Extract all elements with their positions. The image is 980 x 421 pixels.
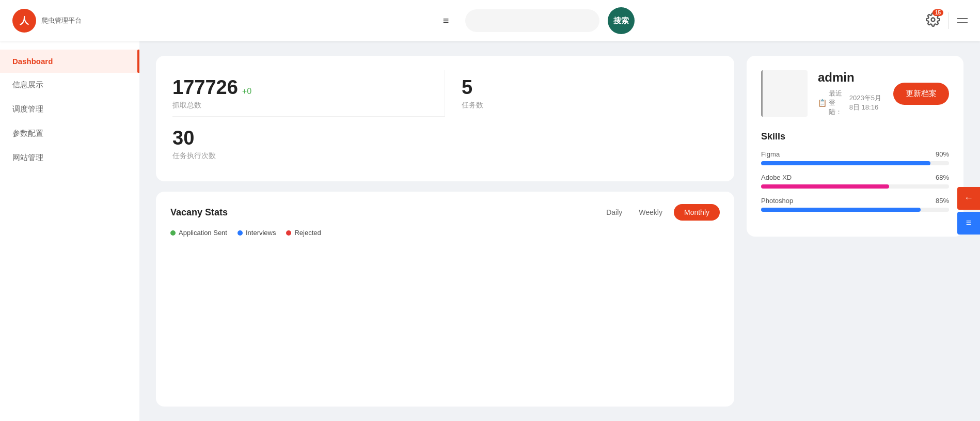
legend-application: Application Sent xyxy=(170,229,227,237)
vacancy-title: Vacany Stats xyxy=(170,207,228,218)
skills-section: Skills Figma 90% Adobe XD 68% xyxy=(761,131,949,212)
legend-dot-application xyxy=(170,230,176,236)
window-controls[interactable] xyxy=(957,18,968,23)
header-divider xyxy=(949,12,949,29)
update-profile-button[interactable]: 更新档案 xyxy=(893,83,949,105)
task-count-label: 任务数 xyxy=(462,101,701,110)
filter-monthly[interactable]: Monthly xyxy=(674,204,720,221)
skill-name-figma: Figma xyxy=(761,150,780,158)
skill-name-photoshop: Photoshop xyxy=(761,197,793,205)
header-right: 15 xyxy=(926,12,968,29)
vacancy-legend: Application Sent Interviews Rejected xyxy=(170,229,720,237)
left-column: 177726 +0 抓取总数 5 任务数 30 任务执行次数 Vaca xyxy=(156,56,734,407)
logo-area: 人 爬虫管理平台 xyxy=(12,9,152,33)
crawl-total-block: 177726 +0 抓取总数 xyxy=(172,70,445,116)
filter-daily[interactable]: Daily xyxy=(601,205,627,220)
legend-dot-rejected xyxy=(286,230,291,236)
avatar xyxy=(761,70,808,117)
filter-buttons: Daily Weekly Monthly xyxy=(601,204,720,221)
vacancy-header: Vacany Stats Daily Weekly Monthly xyxy=(170,204,720,221)
skill-bar-bg-photoshop xyxy=(761,208,949,212)
logo-icon: 人 xyxy=(12,9,36,33)
filter-weekly[interactable]: Weekly xyxy=(634,205,668,220)
hamburger-icon[interactable]: ≡ xyxy=(443,15,449,27)
side-actions: ← ≡ xyxy=(957,187,980,235)
skill-bar-fill-figma xyxy=(761,161,930,165)
crawl-total-value: 177726 +0 xyxy=(172,76,428,99)
exec-count-label: 任务执行次数 xyxy=(172,151,445,161)
exec-count-value: 30 xyxy=(172,127,445,149)
gear-button[interactable]: 15 xyxy=(926,12,940,29)
search-input[interactable] xyxy=(465,9,599,32)
skill-name-adobexd: Adobe XD xyxy=(761,174,792,181)
crawl-total-label: 抓取总数 xyxy=(172,101,428,110)
profile-card: admin 📋 最近登陆： 2023年5月8日 18:16 更新档案 Skill… xyxy=(747,56,963,237)
task-count-value: 5 xyxy=(462,76,701,99)
profile-info: admin 📋 最近登陆： 2023年5月8日 18:16 xyxy=(818,70,883,117)
legend-dot-interviews xyxy=(238,230,243,236)
profile-username: admin xyxy=(818,70,883,85)
search-button[interactable]: 搜索 xyxy=(608,7,635,34)
win-line-1 xyxy=(957,18,968,19)
win-line-2 xyxy=(957,22,968,23)
exec-count-block: 30 任务执行次数 xyxy=(172,116,445,167)
skill-bar-fill-photoshop xyxy=(761,208,921,212)
side-action-2-icon: ≡ xyxy=(966,217,972,228)
sidebar-item-website[interactable]: 网站管理 xyxy=(0,146,139,170)
legend-interviews: Interviews xyxy=(238,229,276,237)
skill-figma: Figma 90% xyxy=(761,150,949,165)
stats-card: 177726 +0 抓取总数 5 任务数 30 任务执行次数 xyxy=(156,56,734,181)
header: 人 爬虫管理平台 ≡ 搜索 15 xyxy=(0,0,980,41)
avatar-placeholder xyxy=(761,70,808,117)
sidebar-item-dashboard[interactable]: Dashboard xyxy=(0,50,139,73)
skill-bar-fill-adobexd xyxy=(761,184,889,189)
vacancy-card: Vacany Stats Daily Weekly Monthly Applic… xyxy=(156,192,734,407)
skills-title: Skills xyxy=(761,131,949,142)
skill-adobexd: Adobe XD 68% xyxy=(761,174,949,189)
skill-bar-bg-figma xyxy=(761,161,949,165)
right-column: admin 📋 最近登陆： 2023年5月8日 18:16 更新档案 Skill… xyxy=(747,56,963,407)
skill-bar-bg-adobexd xyxy=(761,184,949,189)
login-icon: 📋 xyxy=(818,99,827,107)
side-action-1[interactable]: ← xyxy=(957,187,980,210)
sidebar: Dashboard 信息展示 调度管理 参数配置 网站管理 xyxy=(0,41,139,421)
task-count-block: 5 任务数 xyxy=(445,70,718,116)
svg-point-0 xyxy=(931,18,935,22)
side-action-2[interactable]: ≡ xyxy=(957,212,980,235)
skill-photoshop: Photoshop 85% xyxy=(761,197,949,212)
sidebar-item-schedule[interactable]: 调度管理 xyxy=(0,97,139,121)
sidebar-item-info[interactable]: 信息展示 xyxy=(0,73,139,97)
side-action-1-icon: ← xyxy=(964,193,973,204)
skill-percent-adobexd: 68% xyxy=(936,174,949,181)
skill-percent-photoshop: 85% xyxy=(936,197,949,205)
app-name: 爬虫管理平台 xyxy=(41,16,82,25)
sidebar-item-params[interactable]: 参数配置 xyxy=(0,121,139,146)
legend-rejected: Rejected xyxy=(286,229,321,237)
crawl-delta: +0 xyxy=(242,87,251,96)
notification-badge: 15 xyxy=(932,9,943,16)
main-content: 177726 +0 抓取总数 5 任务数 30 任务执行次数 Vaca xyxy=(139,41,980,421)
profile-header: admin 📋 最近登陆： 2023年5月8日 18:16 更新档案 xyxy=(761,70,949,117)
skill-percent-figma: 90% xyxy=(936,150,949,158)
header-center: ≡ 搜索 xyxy=(152,7,926,34)
profile-last-login: 📋 最近登陆： 2023年5月8日 18:16 xyxy=(818,89,883,117)
